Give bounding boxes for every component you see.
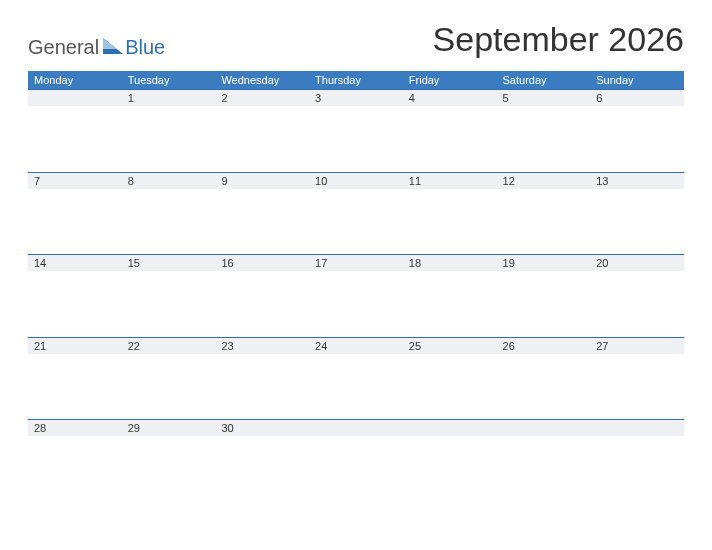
date-cell <box>28 90 122 107</box>
date-cell: 18 <box>403 255 497 272</box>
week-body <box>28 271 684 337</box>
date-cell: 2 <box>215 90 309 107</box>
calendar-title: September 2026 <box>433 20 684 59</box>
date-cell: 16 <box>215 255 309 272</box>
date-cell: 27 <box>590 337 684 354</box>
date-cell: 15 <box>122 255 216 272</box>
logo-triangle-icon <box>103 36 123 59</box>
date-cell: 14 <box>28 255 122 272</box>
week-dates: 14 15 16 17 18 19 20 <box>28 255 684 272</box>
day-header: Friday <box>403 71 497 90</box>
date-cell <box>309 420 403 437</box>
date-cell: 30 <box>215 420 309 437</box>
week-body <box>28 436 684 502</box>
date-cell: 12 <box>497 172 591 189</box>
date-cell: 8 <box>122 172 216 189</box>
week-body <box>28 354 684 420</box>
svg-marker-1 <box>103 38 117 49</box>
date-cell: 6 <box>590 90 684 107</box>
day-header: Tuesday <box>122 71 216 90</box>
day-header-row: Monday Tuesday Wednesday Thursday Friday… <box>28 71 684 90</box>
day-header: Wednesday <box>215 71 309 90</box>
date-cell: 10 <box>309 172 403 189</box>
date-cell: 3 <box>309 90 403 107</box>
date-cell: 20 <box>590 255 684 272</box>
date-cell: 1 <box>122 90 216 107</box>
date-cell: 13 <box>590 172 684 189</box>
logo: General Blue <box>28 36 165 59</box>
date-cell: 29 <box>122 420 216 437</box>
date-cell: 24 <box>309 337 403 354</box>
day-header: Thursday <box>309 71 403 90</box>
week-dates: 1 2 3 4 5 6 <box>28 90 684 107</box>
date-cell: 7 <box>28 172 122 189</box>
week-dates: 7 8 9 10 11 12 13 <box>28 172 684 189</box>
date-cell: 4 <box>403 90 497 107</box>
date-cell: 5 <box>497 90 591 107</box>
logo-text-blue: Blue <box>125 36 165 59</box>
date-cell: 11 <box>403 172 497 189</box>
calendar-grid: Monday Tuesday Wednesday Thursday Friday… <box>28 71 684 502</box>
date-cell: 22 <box>122 337 216 354</box>
day-header: Monday <box>28 71 122 90</box>
header: General Blue September 2026 <box>28 20 684 59</box>
date-cell: 25 <box>403 337 497 354</box>
week-dates: 28 29 30 <box>28 420 684 437</box>
day-header: Sunday <box>590 71 684 90</box>
logo-text-general: General <box>28 36 99 59</box>
date-cell: 28 <box>28 420 122 437</box>
date-cell: 26 <box>497 337 591 354</box>
day-header: Saturday <box>497 71 591 90</box>
date-cell <box>403 420 497 437</box>
week-body <box>28 189 684 255</box>
date-cell: 23 <box>215 337 309 354</box>
date-cell: 19 <box>497 255 591 272</box>
date-cell <box>497 420 591 437</box>
date-cell <box>590 420 684 437</box>
date-cell: 17 <box>309 255 403 272</box>
week-body <box>28 106 684 172</box>
week-dates: 21 22 23 24 25 26 27 <box>28 337 684 354</box>
date-cell: 21 <box>28 337 122 354</box>
date-cell: 9 <box>215 172 309 189</box>
